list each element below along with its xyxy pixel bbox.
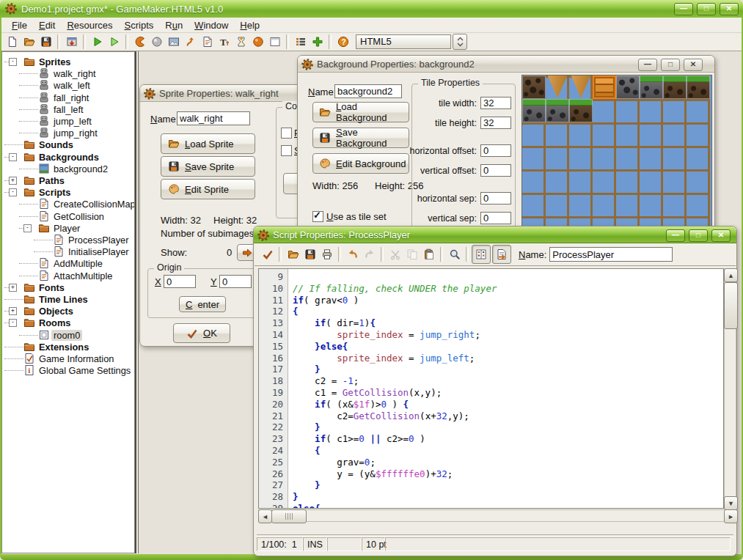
- tile-spike[interactable]: [569, 75, 593, 99]
- tree-item-attachmultiple[interactable]: AttachMultiple: [2, 270, 134, 281]
- tile-grass_brown[interactable]: [663, 75, 687, 99]
- tree-item-jump-left[interactable]: jump_left: [2, 115, 134, 127]
- tree-item-jump-right[interactable]: jump_right: [2, 127, 134, 139]
- tile-grass_gray[interactable]: [522, 99, 546, 122]
- script-name-input[interactable]: [549, 247, 673, 262]
- tree-item-scripts[interactable]: -Scripts: [2, 186, 134, 198]
- code-editor[interactable]: 9101112131415161718192021222324252627282…: [258, 268, 724, 509]
- close-button[interactable]: ✕: [684, 59, 703, 71]
- save-background-button[interactable]: Save Background: [312, 128, 409, 148]
- export-exe-button[interactable]: [63, 34, 80, 50]
- play-light-button[interactable]: [106, 34, 122, 50]
- menu-run[interactable]: Run: [159, 18, 189, 32]
- tile-crate[interactable]: [593, 75, 616, 99]
- sprite-name-input[interactable]: [177, 111, 250, 125]
- magnifier-button[interactable]: [446, 246, 463, 262]
- tile-rock_brown[interactable]: [522, 75, 546, 99]
- horizontal-offset-input[interactable]: [480, 144, 511, 157]
- scissors-button[interactable]: [387, 246, 403, 262]
- room-rect-button[interactable]: [266, 34, 283, 50]
- collapse-icon[interactable]: -: [9, 58, 17, 66]
- edit-sprite-button[interactable]: Edit Sprite: [161, 179, 255, 199]
- open-folder-button[interactable]: [21, 34, 37, 50]
- tree-item-sprites[interactable]: -Sprites: [2, 56, 134, 67]
- tile-grass_brown[interactable]: [687, 75, 710, 99]
- tile-spike[interactable]: [546, 75, 569, 99]
- horizontal-scrollbar[interactable]: [258, 509, 736, 522]
- tree-item-global-game-settings[interactable]: iGlobal Game Settings: [2, 364, 134, 376]
- tree-item-fall-right[interactable]: fall_right: [2, 92, 134, 103]
- close-button[interactable]: ✕: [720, 3, 739, 15]
- green-plus-button[interactable]: [309, 34, 326, 50]
- menu-edit[interactable]: Edit: [33, 18, 61, 32]
- tile-grass_brown[interactable]: [569, 99, 593, 122]
- target-platform-value[interactable]: HTML5: [356, 34, 451, 49]
- vertical-offset-input[interactable]: [480, 164, 511, 177]
- background-image-button[interactable]: [165, 34, 182, 50]
- toggle-panels-button[interactable]: [472, 245, 491, 264]
- tree-item-fonts[interactable]: +Fonts: [2, 281, 134, 293]
- vertical-sep-input[interactable]: [480, 212, 511, 224]
- center-origin-button[interactable]: Center: [179, 296, 226, 312]
- help-circle-button[interactable]: ?: [334, 34, 351, 50]
- collapse-icon[interactable]: -: [9, 153, 17, 161]
- tree-item-walk-left[interactable]: walk_left: [2, 79, 134, 91]
- tree-item-getcollision[interactable]: GetCollision: [2, 210, 134, 222]
- tree-item-initialiseplayer[interactable]: InitialisePlayer: [2, 246, 134, 257]
- info-list-button[interactable]: [292, 34, 309, 50]
- scroll-down-icon[interactable]: ▼: [724, 496, 738, 510]
- new-doc-button[interactable]: [4, 34, 21, 50]
- menu-scripts[interactable]: Scripts: [119, 18, 160, 32]
- origin-y-input[interactable]: [219, 275, 252, 288]
- menu-window[interactable]: Window: [189, 18, 234, 32]
- maximize-button[interactable]: □: [697, 3, 716, 15]
- tree-item-sounds[interactable]: Sounds: [2, 139, 134, 150]
- sound-sphere-button[interactable]: [148, 34, 165, 50]
- copy-button[interactable]: [403, 246, 420, 262]
- minimize-button[interactable]: —: [638, 59, 657, 71]
- orange-ball-button[interactable]: [249, 34, 266, 50]
- close-button[interactable]: ✕: [711, 229, 731, 242]
- undo-button[interactable]: [344, 246, 361, 262]
- collapse-icon[interactable]: -: [9, 319, 17, 327]
- minimize-button[interactable]: —: [666, 229, 685, 242]
- tile-grass_gray[interactable]: [546, 99, 569, 122]
- scroll-left-icon[interactable]: ◄: [258, 509, 272, 523]
- pacman-sprite-button[interactable]: [131, 34, 148, 50]
- tree-item-time-lines[interactable]: Time Lines: [2, 293, 134, 305]
- script-page-button[interactable]: [199, 34, 216, 50]
- horizontal-scroll-thumb[interactable]: [271, 509, 307, 523]
- panel-splitter[interactable]: [135, 51, 139, 553]
- tile-width-input[interactable]: [480, 97, 511, 109]
- vertical-scroll-thumb[interactable]: [724, 282, 738, 329]
- floppy-button[interactable]: [301, 246, 318, 262]
- printer-button[interactable]: [318, 246, 335, 262]
- toggle-page-button[interactable]: [492, 245, 511, 264]
- collapse-icon[interactable]: -: [9, 188, 17, 196]
- scroll-right-icon[interactable]: ►: [724, 509, 738, 523]
- tile-rock_gray[interactable]: [616, 75, 640, 99]
- check-button[interactable]: [259, 246, 276, 262]
- target-platform-combo[interactable]: HTML5: [356, 34, 467, 50]
- play-button[interactable]: [89, 34, 106, 50]
- tile-grass_gray[interactable]: [640, 75, 663, 99]
- tree-item-objects[interactable]: +Objects: [2, 305, 134, 317]
- tree-item-fall-left[interactable]: fall_left: [2, 103, 134, 115]
- tree-item-rooms[interactable]: -Rooms: [2, 317, 134, 328]
- load-sprite-button[interactable]: Load Sprite: [161, 133, 255, 154]
- tree-item-processplayer[interactable]: ProcessPlayer: [2, 234, 134, 246]
- use-as-tileset-checkbox[interactable]: [312, 211, 323, 222]
- redo-button[interactable]: [361, 246, 378, 262]
- menu-resources[interactable]: Resources: [61, 18, 118, 32]
- tree-item-paths[interactable]: +Paths: [2, 174, 134, 186]
- tree-item-extensions[interactable]: Extensions: [2, 341, 134, 353]
- separate-masks-checkbox[interactable]: [281, 145, 292, 156]
- tree-item-createcollisionmap[interactable]: CreateCollisionMap: [2, 198, 134, 210]
- hourglass-button[interactable]: [233, 34, 249, 50]
- scroll-up-icon[interactable]: ▲: [724, 268, 738, 282]
- origin-x-input[interactable]: [164, 275, 196, 288]
- tree-item-background2[interactable]: background2: [2, 163, 134, 174]
- floppy-button[interactable]: [37, 34, 54, 50]
- tile-height-input[interactable]: [480, 117, 511, 129]
- sprite-ok-button[interactable]: OK: [173, 323, 230, 343]
